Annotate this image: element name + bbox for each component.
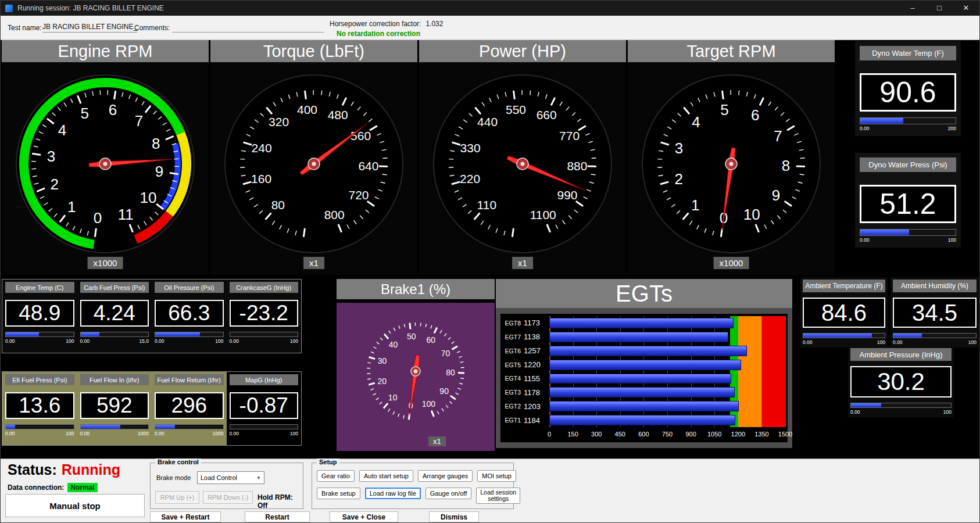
egt-value-egt3: 1178 (524, 388, 549, 397)
arrange-gauges-button[interactable]: Arrange gauges (418, 470, 473, 482)
egt-axis-label-750: 750 (662, 431, 673, 438)
egt-axis-label-1500: 1500 (778, 431, 792, 438)
hp-correction-label: Horsepower correction factor: (330, 20, 421, 28)
egt-bar-chart: EGT81173EGT71138EGT61257EGT51220EGT41155… (500, 314, 788, 442)
svg-text:720: 720 (348, 188, 369, 202)
svg-text:90: 90 (439, 386, 449, 396)
rpm-up-button[interactable]: RPM Up (+) (155, 491, 199, 504)
egt-track-egt3 (549, 385, 785, 399)
meter-carb-fuel-press-psi-label: Carb Fuel Press (Psi) (80, 282, 149, 293)
dismiss-button[interactable]: Dismiss (429, 511, 479, 522)
meter-carb-fuel-press-psi: Carb Fuel Press (Psi)4.240.0015.0 (77, 280, 152, 353)
gauge-body-engine-rpm: 01234567891011x1000 (2, 62, 209, 275)
meter-crankcaseg-inhg: CrankcaseG (InHg)-23.20.00100 (227, 280, 302, 353)
gauge-title-torque: Torque (LbFt) (210, 40, 417, 62)
gauge-on-off-button[interactable]: Gauge on/off (425, 488, 471, 499)
dyno-water-temp-panel: Dyno Water Temp (F)90.60.00200 (855, 41, 961, 136)
auto-start-setup-button[interactable]: Auto start setup (359, 470, 413, 482)
test-name-input[interactable]: JB RACING BILLET ENGINE_ (42, 23, 137, 33)
meter-efi-fuel-press-psi-max: 100 (66, 431, 74, 436)
meter-ambient-pressure-inhg-max: 100 (943, 409, 952, 415)
svg-text:100: 100 (422, 399, 436, 409)
ambient-pressure-panel: Ambient Pressure (InHg)30.20.00100 (848, 346, 954, 417)
brake-mode-select[interactable]: Load Control ▼ (197, 471, 264, 484)
egt-row-label-egt2: EGT2 (500, 403, 524, 410)
meter-fuel-flow-return-l-hr-bar (155, 424, 224, 429)
gear-ratio-button[interactable]: Gear ratio (317, 470, 355, 482)
egt-bar-egt4 (549, 374, 731, 384)
comments-input[interactable] (172, 23, 324, 33)
egt-row-label-egt8: EGT8 (500, 320, 524, 327)
meter-dyno-water-press-psi-bar-fill (860, 230, 909, 235)
egt-x-axis: 01503004506007509001050120013501500 (549, 428, 785, 441)
egt-axis-label-450: 450 (615, 431, 625, 438)
meter-fuel-flow-in-l-hr-value: 592 (80, 392, 149, 419)
svg-text:160: 160 (251, 172, 271, 185)
meter-mapg-inhg-range: 0.00100 (230, 431, 299, 436)
svg-text:3: 3 (675, 139, 683, 157)
meter-dyno-water-temp-f-range: 0.00200 (860, 126, 956, 131)
status-line: Status:Running (8, 461, 120, 478)
svg-text:50: 50 (407, 332, 416, 341)
svg-text:6: 6 (109, 101, 117, 119)
setup-row-1: Gear ratio Auto start setup Arrange gaug… (317, 470, 516, 482)
meter-ambient-pressure-inhg-min: 0.00 (850, 409, 860, 415)
svg-text:5: 5 (81, 105, 89, 122)
egt-value-egt8: 1173 (524, 318, 549, 327)
meter-ambient-temperature-f-bar (803, 333, 885, 338)
retardation-status: No retardation correction (337, 30, 420, 38)
brake-setup-button[interactable]: Brake setup (317, 488, 360, 499)
save-restart-button[interactable]: Save + Restart (150, 511, 221, 522)
egt-track-egt1 (549, 413, 785, 427)
meter-dyno-water-press-psi-value: 51.2 (860, 185, 956, 223)
session-toolbar: Test name: JB RACING BILLET ENGINE_ Comm… (1, 16, 979, 40)
meter-mapg-inhg-value: -0.87 (230, 392, 299, 419)
meter-dyno-water-temp-f-value: 90.6 (860, 73, 956, 112)
meter-carb-fuel-press-psi-max: 15.0 (139, 338, 149, 344)
egt-value-egt6: 1257 (524, 346, 549, 355)
svg-text:770: 770 (559, 129, 580, 142)
close-icon[interactable]: ✕ (953, 1, 979, 16)
meter-ambient-humidity-range: 0.00100 (893, 339, 977, 345)
load-raw-log-file-button[interactable]: Load raw log file (365, 488, 421, 499)
test-name-label: Test name: (8, 24, 42, 32)
meter-fuel-flow-in-l-hr-bar (80, 424, 149, 429)
meter-carb-fuel-press-psi-min: 0.00 (80, 338, 90, 344)
svg-text:6: 6 (751, 106, 759, 124)
meter-efi-fuel-press-psi-range: 0.00100 (5, 431, 74, 436)
egt-axis-label-1350: 1350 (754, 431, 768, 438)
svg-text:330: 330 (460, 141, 481, 155)
meter-ambient-pressure-inhg-bar-fill (851, 403, 881, 407)
egt-axis-label-600: 600 (638, 431, 649, 438)
moi-setup-button[interactable]: MOI setup (477, 470, 516, 482)
minimize-icon[interactable]: – (899, 1, 926, 16)
meter-mapg-inhg-min: 0.00 (230, 431, 239, 436)
meter-ambient-pressure-inhg-label: Ambient Pressure (InHg) (850, 348, 952, 361)
meter-fuel-flow-return-l-hr-min: 0.00 (155, 431, 164, 436)
setup-legend: Setup (317, 458, 339, 465)
egt-row-egt8: EGT81173 (500, 316, 785, 330)
gauge-panel-engine-rpm: Engine RPM01234567891011x1000 (2, 40, 209, 275)
svg-text:10: 10 (140, 189, 157, 206)
load-session-settings-button[interactable]: Load session settings (476, 488, 520, 504)
egt-row-label-egt6: EGT6 (500, 348, 524, 354)
svg-text:110: 110 (477, 198, 496, 212)
svg-text:5: 5 (720, 101, 728, 119)
connection-label: Data connection: (8, 483, 64, 492)
manual-stop-button[interactable]: Manual stop (5, 494, 145, 517)
restart-button[interactable]: Restart (245, 511, 310, 522)
brake1-dial: 0102030405060708090100 (347, 303, 484, 440)
meter-oil-pressure-psi-max: 100 (215, 338, 223, 344)
save-close-button[interactable]: Save + Close (330, 511, 398, 522)
meter-efi-fuel-press-psi-bar-fill (6, 425, 15, 429)
svg-text:10: 10 (388, 393, 398, 402)
svg-text:20: 20 (378, 377, 387, 386)
svg-text:1: 1 (691, 196, 699, 214)
maximize-icon[interactable]: □ (926, 1, 953, 16)
svg-text:7: 7 (135, 112, 143, 130)
rpm-down-button[interactable]: RPM Down (-) (203, 491, 253, 504)
egt-row-egt7: EGT71138 (500, 330, 785, 344)
meter-efi-fuel-press-psi-label: Efi Fuel Press (Psi) (5, 374, 74, 385)
svg-text:8: 8 (152, 135, 160, 152)
svg-text:550: 550 (506, 103, 526, 116)
